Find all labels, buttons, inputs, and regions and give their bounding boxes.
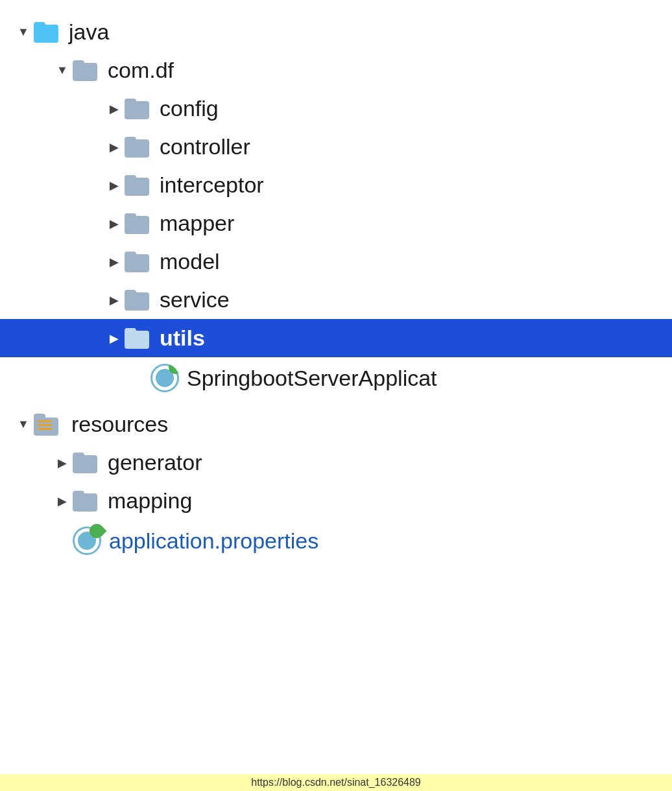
arrow-icon-service — [104, 290, 125, 311]
arrow-icon-utils — [104, 328, 125, 349]
tree-item-interceptor[interactable]: interceptor — [0, 166, 672, 204]
tree-item-springboot[interactable]: SpringbootServerApplicat — [0, 357, 672, 399]
tree-item-utils[interactable]: utils — [0, 319, 672, 357]
arrow-icon-config — [104, 99, 125, 119]
folder-icon-utils — [125, 328, 150, 349]
item-label-interceptor: interceptor — [160, 172, 264, 198]
folder-icon-controller — [125, 137, 150, 158]
tree-item-service[interactable]: service — [0, 281, 672, 319]
watermark-text: https://blog.csdn.net/sinat_16326489 — [251, 777, 421, 788]
file-tree: java com.df config controller intercepto… — [0, 0, 672, 574]
item-label-controller: controller — [160, 134, 250, 159]
folder-icon-mapping — [73, 491, 99, 512]
tree-item-config[interactable]: config — [0, 89, 672, 128]
arrow-icon-interceptor — [104, 175, 125, 196]
tree-item-model[interactable]: model — [0, 242, 672, 281]
arrow-icon-com — [52, 60, 73, 81]
folder-icon-generator — [73, 453, 99, 473]
tree-item-controller[interactable]: controller — [0, 128, 672, 166]
tree-item-mapping[interactable]: mapping — [0, 482, 672, 520]
tree-item-application[interactable]: application.properties — [0, 520, 672, 561]
folder-icon-interceptor — [125, 175, 150, 196]
item-label-com: com.df — [108, 58, 174, 83]
arrow-icon-controller — [104, 137, 125, 158]
tree-item-java[interactable]: java — [0, 13, 672, 51]
folder-icon-config — [125, 99, 150, 119]
arrow-icon-mapping — [52, 491, 73, 512]
folder-icon-com — [73, 60, 99, 81]
item-label-mapper: mapper — [160, 211, 234, 236]
arrow-icon-mapper — [104, 213, 125, 234]
arrow-icon-generator — [52, 453, 73, 473]
folder-icon-model — [125, 252, 150, 272]
arrow-icon-resources — [13, 414, 34, 435]
tree-item-mapper[interactable]: mapper — [0, 204, 672, 242]
arrow-icon-model — [104, 252, 125, 272]
item-label-config: config — [160, 96, 219, 121]
item-label-utils: utils — [160, 325, 205, 351]
folder-icon-java — [34, 22, 60, 43]
folder-icon-mapper — [125, 213, 150, 234]
tree-item-com[interactable]: com.df — [0, 51, 672, 89]
folder-icon-service — [125, 290, 150, 311]
item-label-mapping: mapping — [108, 488, 192, 514]
arrow-icon-java — [13, 22, 34, 43]
application-properties-icon — [73, 526, 101, 555]
springboot-icon — [150, 364, 179, 392]
item-label-java: java — [69, 19, 109, 45]
item-label-application: application.properties — [109, 528, 318, 554]
item-label-springboot: SpringbootServerApplicat — [187, 366, 437, 391]
item-label-model: model — [160, 249, 220, 274]
folder-icon-resources — [34, 414, 62, 436]
item-label-service: service — [160, 287, 230, 313]
tree-item-generator[interactable]: generator — [0, 443, 672, 482]
item-label-resources: resources — [71, 412, 168, 437]
tree-item-resources[interactable]: resources — [0, 405, 672, 443]
item-label-generator: generator — [108, 450, 202, 475]
watermark-bar: https://blog.csdn.net/sinat_16326489 — [0, 774, 672, 791]
